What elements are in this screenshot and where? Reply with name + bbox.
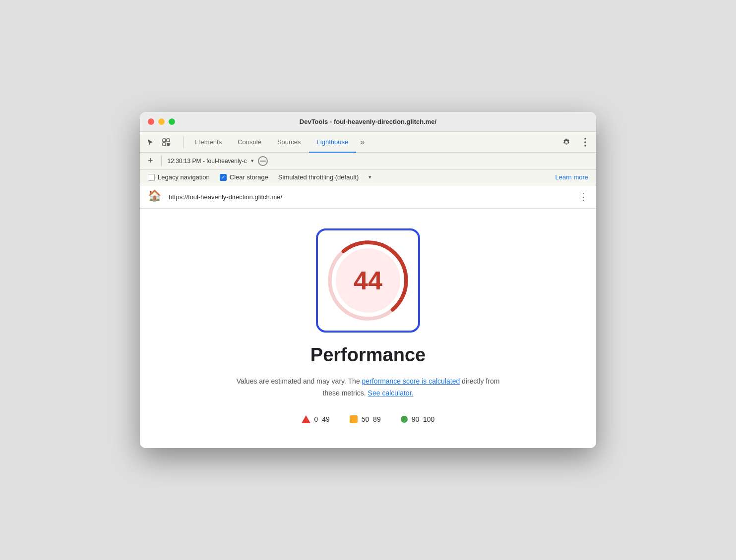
calculator-link[interactable]: See calculator. (368, 389, 414, 397)
minimize-button[interactable] (158, 118, 165, 125)
devtools-window: DevTools - foul-heavenly-direction.glitc… (140, 112, 596, 448)
tab-elements[interactable]: Elements (187, 132, 230, 153)
orange-square-icon (350, 415, 358, 423)
legacy-navigation-checkbox[interactable]: Legacy navigation (148, 173, 210, 181)
performance-title: Performance (310, 344, 426, 366)
score-card: 44 (316, 228, 420, 333)
svg-rect-0 (163, 139, 166, 142)
legend-item-green: 90–100 (401, 415, 435, 423)
legend-item-orange: 50–89 (350, 415, 381, 423)
toolbar-divider (161, 156, 162, 166)
score-gauge-container: 44 (316, 228, 420, 333)
legend-range-red: 0–49 (314, 415, 330, 423)
timestamp-url: 12:30:13 PM - foul-heavenly-c (168, 158, 247, 165)
lighthouse-icon: 🏠 (148, 189, 163, 204)
legend-range-green: 90–100 (412, 415, 435, 423)
page-url: https://foul-heavenly-direction.glitch.m… (169, 193, 573, 201)
red-triangle-icon (302, 415, 310, 423)
clear-storage-label: Clear storage (230, 173, 268, 181)
legacy-navigation-label: Legacy navigation (158, 173, 210, 181)
tab-console[interactable]: Console (230, 132, 269, 153)
legacy-navigation-check[interactable] (148, 174, 155, 181)
description: Values are estimated and may vary. The p… (229, 376, 507, 399)
cursor-icon[interactable] (144, 136, 157, 149)
settings-icons (559, 135, 592, 149)
description-text-before: Values are estimated and may vary. The (237, 377, 362, 385)
traffic-lights (148, 118, 175, 125)
toolbar-row: + 12:30:13 PM - foul-heavenly-c ▾ (140, 153, 596, 169)
tab-divider (184, 136, 184, 148)
settings-button[interactable] (559, 135, 573, 149)
svg-rect-3 (167, 143, 170, 146)
window-title: DevTools - foul-heavenly-direction.glitc… (300, 118, 436, 125)
legend-range-orange: 50–89 (362, 415, 381, 423)
inspect-icon[interactable] (160, 136, 173, 149)
close-button[interactable] (148, 118, 154, 125)
add-button[interactable]: + (146, 156, 155, 166)
options-row: Legacy navigation ✓ Clear storage Simula… (140, 169, 596, 185)
score-number: 44 (354, 266, 382, 295)
clear-storage-check[interactable]: ✓ (220, 174, 227, 181)
clear-storage-checkbox[interactable]: ✓ Clear storage (220, 173, 268, 181)
maximize-button[interactable] (169, 118, 175, 125)
learn-more-label: Learn more (555, 173, 588, 181)
svg-rect-2 (163, 143, 166, 146)
more-tabs-button[interactable]: » (356, 138, 368, 147)
url-dropdown-arrow[interactable]: ▾ (251, 158, 254, 164)
legend-item-red: 0–49 (302, 415, 330, 423)
url-bar: 🏠 https://foul-heavenly-direction.glitch… (140, 185, 596, 209)
performance-score-link[interactable]: performance score is calculated (362, 377, 460, 385)
no-entry-icon[interactable] (258, 156, 268, 166)
svg-point-4 (584, 138, 586, 140)
url-more-button[interactable]: ⋮ (579, 191, 588, 202)
title-bar: DevTools - foul-heavenly-direction.glitc… (140, 112, 596, 132)
svg-point-5 (584, 141, 586, 143)
svg-point-6 (584, 145, 586, 147)
more-options-button[interactable] (578, 135, 592, 149)
toolbar-icons (144, 136, 179, 149)
svg-rect-1 (167, 139, 170, 142)
score-inner: 44 (336, 248, 400, 313)
legend: 0–49 50–89 90–100 (302, 415, 435, 423)
url-area: 12:30:13 PM - foul-heavenly-c ▾ (168, 158, 254, 165)
learn-more-link[interactable]: Learn more (555, 173, 588, 181)
main-content: 44 Performance Values are estimated and … (140, 209, 596, 448)
green-circle-icon (401, 416, 408, 423)
tab-bar: Elements Console Sources Lighthouse » (140, 132, 596, 153)
tab-sources[interactable]: Sources (269, 132, 309, 153)
tab-lighthouse[interactable]: Lighthouse (309, 132, 357, 153)
throttling-label: Simulated throttling (default) (278, 173, 359, 181)
throttling-arrow[interactable]: ▾ (368, 174, 371, 180)
